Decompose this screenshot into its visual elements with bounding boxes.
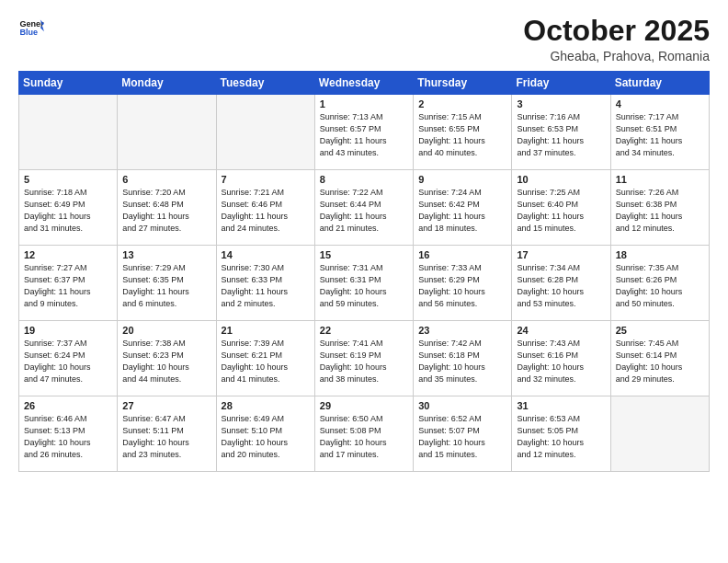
table-row: 23Sunrise: 7:42 AM Sunset: 6:18 PM Dayli… <box>414 321 512 396</box>
calendar-week-row: 1Sunrise: 7:13 AM Sunset: 6:57 PM Daylig… <box>19 95 710 170</box>
table-row: 12Sunrise: 7:27 AM Sunset: 6:37 PM Dayli… <box>19 246 118 321</box>
day-info: Sunrise: 7:17 AM Sunset: 6:51 PM Dayligh… <box>616 111 704 159</box>
header-wednesday: Wednesday <box>314 72 413 95</box>
day-number: 8 <box>320 174 408 185</box>
calendar-week-row: 26Sunrise: 6:46 AM Sunset: 5:13 PM Dayli… <box>19 396 710 472</box>
table-row <box>118 95 216 170</box>
day-info: Sunrise: 7:25 AM Sunset: 6:40 PM Dayligh… <box>517 187 605 235</box>
day-info: Sunrise: 7:31 AM Sunset: 6:31 PM Dayligh… <box>320 262 408 310</box>
day-info: Sunrise: 7:13 AM Sunset: 6:57 PM Dayligh… <box>320 111 408 159</box>
table-row: 10Sunrise: 7:25 AM Sunset: 6:40 PM Dayli… <box>512 170 610 246</box>
day-info: Sunrise: 7:41 AM Sunset: 6:19 PM Dayligh… <box>320 338 408 385</box>
table-row <box>19 95 118 170</box>
day-number: 24 <box>517 325 605 336</box>
table-row: 25Sunrise: 7:45 AM Sunset: 6:14 PM Dayli… <box>610 321 709 396</box>
day-number: 9 <box>418 174 506 185</box>
day-info: Sunrise: 7:20 AM Sunset: 6:48 PM Dayligh… <box>122 187 210 235</box>
day-number: 12 <box>24 249 112 260</box>
calendar-week-row: 19Sunrise: 7:37 AM Sunset: 6:24 PM Dayli… <box>19 321 710 396</box>
table-row: 9Sunrise: 7:24 AM Sunset: 6:42 PM Daylig… <box>414 170 512 246</box>
table-row: 7Sunrise: 7:21 AM Sunset: 6:46 PM Daylig… <box>216 170 314 246</box>
day-info: Sunrise: 6:50 AM Sunset: 5:08 PM Dayligh… <box>320 413 408 461</box>
day-number: 27 <box>122 400 210 411</box>
header-tuesday: Tuesday <box>216 72 314 95</box>
table-row: 8Sunrise: 7:22 AM Sunset: 6:44 PM Daylig… <box>314 170 413 246</box>
table-row: 1Sunrise: 7:13 AM Sunset: 6:57 PM Daylig… <box>314 95 413 170</box>
day-info: Sunrise: 7:24 AM Sunset: 6:42 PM Dayligh… <box>418 187 506 235</box>
table-row: 31Sunrise: 6:53 AM Sunset: 5:05 PM Dayli… <box>512 396 610 472</box>
day-number: 2 <box>418 98 506 109</box>
day-info: Sunrise: 7:30 AM Sunset: 6:33 PM Dayligh… <box>222 262 310 310</box>
header-sunday: Sunday <box>19 72 118 95</box>
day-info: Sunrise: 7:27 AM Sunset: 6:37 PM Dayligh… <box>24 262 112 310</box>
day-info: Sunrise: 7:38 AM Sunset: 6:23 PM Dayligh… <box>122 338 210 385</box>
day-info: Sunrise: 6:52 AM Sunset: 5:07 PM Dayligh… <box>418 413 506 461</box>
days-header-row: Sunday Monday Tuesday Wednesday Thursday… <box>19 72 710 95</box>
day-number: 16 <box>418 249 506 260</box>
day-info: Sunrise: 7:43 AM Sunset: 6:16 PM Dayligh… <box>517 338 605 385</box>
day-number: 5 <box>24 174 112 185</box>
page: General Blue October 2025 Gheaba, Prahov… <box>0 0 728 563</box>
table-row: 26Sunrise: 6:46 AM Sunset: 5:13 PM Dayli… <box>19 396 118 472</box>
calendar-table: Sunday Monday Tuesday Wednesday Thursday… <box>18 71 710 472</box>
table-row: 20Sunrise: 7:38 AM Sunset: 6:23 PM Dayli… <box>118 321 216 396</box>
day-info: Sunrise: 7:26 AM Sunset: 6:38 PM Dayligh… <box>616 187 704 235</box>
table-row: 24Sunrise: 7:43 AM Sunset: 6:16 PM Dayli… <box>512 321 610 396</box>
day-number: 26 <box>24 400 112 411</box>
day-info: Sunrise: 7:15 AM Sunset: 6:55 PM Dayligh… <box>418 111 506 159</box>
title-block: October 2025 Gheaba, Prahova, Romania <box>523 15 710 63</box>
day-number: 11 <box>616 174 704 185</box>
logo: General Blue <box>18 15 46 40</box>
header: General Blue October 2025 Gheaba, Prahov… <box>18 15 710 63</box>
day-info: Sunrise: 7:29 AM Sunset: 6:35 PM Dayligh… <box>122 262 210 310</box>
day-info: Sunrise: 7:21 AM Sunset: 6:46 PM Dayligh… <box>222 187 310 235</box>
table-row: 4Sunrise: 7:17 AM Sunset: 6:51 PM Daylig… <box>610 95 709 170</box>
day-number: 25 <box>616 325 704 336</box>
day-info: Sunrise: 7:42 AM Sunset: 6:18 PM Dayligh… <box>418 338 506 385</box>
day-number: 14 <box>222 249 310 260</box>
day-number: 19 <box>24 325 112 336</box>
month-title: October 2025 <box>523 15 710 47</box>
table-row: 19Sunrise: 7:37 AM Sunset: 6:24 PM Dayli… <box>19 321 118 396</box>
day-number: 3 <box>517 98 605 109</box>
header-thursday: Thursday <box>414 72 512 95</box>
day-info: Sunrise: 6:47 AM Sunset: 5:11 PM Dayligh… <box>122 413 210 461</box>
table-row: 5Sunrise: 7:18 AM Sunset: 6:49 PM Daylig… <box>19 170 118 246</box>
table-row: 30Sunrise: 6:52 AM Sunset: 5:07 PM Dayli… <box>414 396 512 472</box>
day-number: 30 <box>418 400 506 411</box>
day-number: 22 <box>320 325 408 336</box>
day-info: Sunrise: 7:39 AM Sunset: 6:21 PM Dayligh… <box>222 338 310 385</box>
table-row: 15Sunrise: 7:31 AM Sunset: 6:31 PM Dayli… <box>314 246 413 321</box>
day-info: Sunrise: 7:37 AM Sunset: 6:24 PM Dayligh… <box>24 338 112 385</box>
day-info: Sunrise: 7:45 AM Sunset: 6:14 PM Dayligh… <box>616 338 704 385</box>
day-number: 23 <box>418 325 506 336</box>
table-row: 27Sunrise: 6:47 AM Sunset: 5:11 PM Dayli… <box>118 396 216 472</box>
table-row: 14Sunrise: 7:30 AM Sunset: 6:33 PM Dayli… <box>216 246 314 321</box>
day-info: Sunrise: 6:46 AM Sunset: 5:13 PM Dayligh… <box>24 413 112 461</box>
logo-icon: General Blue <box>18 15 44 40</box>
day-info: Sunrise: 7:34 AM Sunset: 6:28 PM Dayligh… <box>517 262 605 310</box>
day-number: 17 <box>517 249 605 260</box>
table-row: 3Sunrise: 7:16 AM Sunset: 6:53 PM Daylig… <box>512 95 610 170</box>
table-row <box>610 396 709 472</box>
header-friday: Friday <box>512 72 610 95</box>
table-row: 18Sunrise: 7:35 AM Sunset: 6:26 PM Dayli… <box>610 246 709 321</box>
calendar-week-row: 12Sunrise: 7:27 AM Sunset: 6:37 PM Dayli… <box>19 246 710 321</box>
table-row: 22Sunrise: 7:41 AM Sunset: 6:19 PM Dayli… <box>314 321 413 396</box>
table-row <box>216 95 314 170</box>
day-number: 28 <box>222 400 310 411</box>
day-number: 15 <box>320 249 408 260</box>
header-saturday: Saturday <box>610 72 709 95</box>
day-number: 21 <box>222 325 310 336</box>
table-row: 2Sunrise: 7:15 AM Sunset: 6:55 PM Daylig… <box>414 95 512 170</box>
table-row: 16Sunrise: 7:33 AM Sunset: 6:29 PM Dayli… <box>414 246 512 321</box>
day-number: 29 <box>320 400 408 411</box>
day-number: 18 <box>616 249 704 260</box>
calendar-week-row: 5Sunrise: 7:18 AM Sunset: 6:49 PM Daylig… <box>19 170 710 246</box>
table-row: 6Sunrise: 7:20 AM Sunset: 6:48 PM Daylig… <box>118 170 216 246</box>
location-subtitle: Gheaba, Prahova, Romania <box>523 49 710 63</box>
table-row: 28Sunrise: 6:49 AM Sunset: 5:10 PM Dayli… <box>216 396 314 472</box>
day-info: Sunrise: 7:16 AM Sunset: 6:53 PM Dayligh… <box>517 111 605 159</box>
day-number: 7 <box>222 174 310 185</box>
day-number: 20 <box>122 325 210 336</box>
